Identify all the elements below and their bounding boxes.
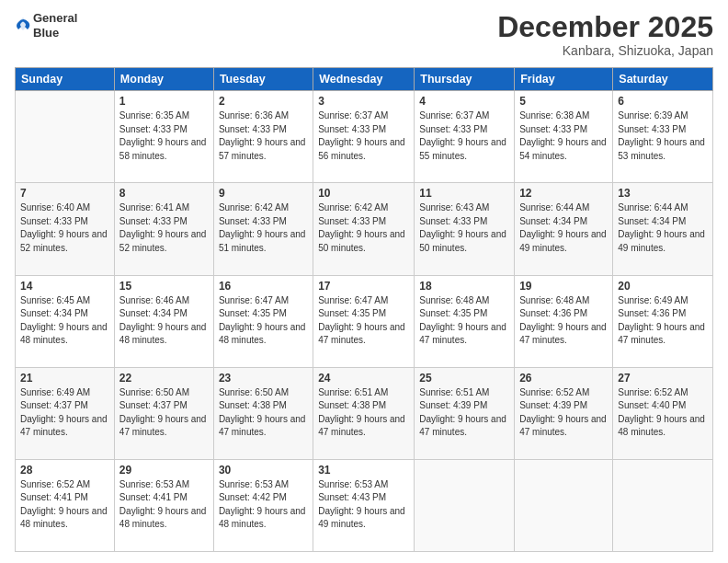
calendar-cell: 16Sunrise: 6:47 AMSunset: 4:35 PMDayligh…: [213, 275, 313, 367]
col-header-friday: Friday: [515, 68, 613, 91]
day-info: Sunrise: 6:42 AMSunset: 4:33 PMDaylight:…: [318, 201, 409, 255]
calendar-cell: 10Sunrise: 6:42 AMSunset: 4:33 PMDayligh…: [313, 183, 415, 275]
calendar-cell: 13Sunrise: 6:44 AMSunset: 4:34 PMDayligh…: [613, 183, 713, 275]
calendar-cell: 22Sunrise: 6:50 AMSunset: 4:37 PMDayligh…: [114, 367, 213, 459]
day-info: Sunrise: 6:40 AMSunset: 4:33 PMDaylight:…: [20, 201, 109, 255]
day-number: 24: [318, 372, 409, 385]
week-row-4: 21Sunrise: 6:49 AMSunset: 4:37 PMDayligh…: [16, 367, 713, 459]
day-info: Sunrise: 6:52 AMSunset: 4:40 PMDaylight:…: [618, 386, 708, 440]
calendar-cell: 20Sunrise: 6:49 AMSunset: 4:36 PMDayligh…: [613, 275, 713, 367]
col-header-saturday: Saturday: [613, 68, 713, 91]
day-info: Sunrise: 6:51 AMSunset: 4:39 PMDaylight:…: [419, 386, 509, 440]
day-number: 30: [219, 464, 308, 477]
header: General Blue December 2025 Kanbara, Shiz…: [15, 11, 713, 58]
location: Kanbara, Shizuoka, Japan: [497, 43, 713, 58]
calendar-cell: 7Sunrise: 6:40 AMSunset: 4:33 PMDaylight…: [16, 183, 115, 275]
day-info: Sunrise: 6:47 AMSunset: 4:35 PMDaylight:…: [318, 294, 409, 348]
calendar-cell: 5Sunrise: 6:38 AMSunset: 4:33 PMDaylight…: [515, 91, 613, 183]
day-info: Sunrise: 6:53 AMSunset: 4:41 PMDaylight:…: [119, 478, 209, 532]
day-info: Sunrise: 6:44 AMSunset: 4:34 PMDaylight:…: [519, 201, 608, 255]
calendar-cell: 1Sunrise: 6:35 AMSunset: 4:33 PMDaylight…: [114, 91, 213, 183]
calendar-cell: 30Sunrise: 6:53 AMSunset: 4:42 PMDayligh…: [213, 459, 313, 551]
day-info: Sunrise: 6:52 AMSunset: 4:41 PMDaylight:…: [20, 478, 109, 532]
day-number: 16: [219, 280, 308, 293]
day-number: 7: [20, 187, 109, 200]
day-info: Sunrise: 6:42 AMSunset: 4:33 PMDaylight:…: [219, 201, 308, 255]
day-number: 19: [519, 280, 608, 293]
calendar-cell: 9Sunrise: 6:42 AMSunset: 4:33 PMDaylight…: [213, 183, 313, 275]
day-number: 8: [119, 187, 209, 200]
day-info: Sunrise: 6:37 AMSunset: 4:33 PMDaylight:…: [318, 109, 409, 163]
calendar-cell: 27Sunrise: 6:52 AMSunset: 4:40 PMDayligh…: [613, 367, 713, 459]
calendar-cell: 8Sunrise: 6:41 AMSunset: 4:33 PMDaylight…: [114, 183, 213, 275]
calendar-page: General Blue December 2025 Kanbara, Shiz…: [0, 0, 728, 563]
day-number: 13: [618, 187, 708, 200]
calendar-cell: [415, 459, 515, 551]
calendar-table: SundayMondayTuesdayWednesdayThursdayFrid…: [15, 67, 713, 552]
day-info: Sunrise: 6:53 AMSunset: 4:42 PMDaylight:…: [219, 478, 308, 532]
calendar-cell: 3Sunrise: 6:37 AMSunset: 4:33 PMDaylight…: [313, 91, 415, 183]
day-info: Sunrise: 6:35 AMSunset: 4:33 PMDaylight:…: [119, 109, 209, 163]
logo-line2: Blue: [33, 26, 77, 40]
day-number: 22: [119, 372, 209, 385]
col-header-monday: Monday: [114, 68, 213, 91]
day-info: Sunrise: 6:52 AMSunset: 4:39 PMDaylight:…: [519, 386, 608, 440]
day-number: 20: [618, 280, 708, 293]
day-number: 1: [119, 95, 209, 108]
day-info: Sunrise: 6:44 AMSunset: 4:34 PMDaylight:…: [618, 201, 708, 255]
day-info: Sunrise: 6:45 AMSunset: 4:34 PMDaylight:…: [20, 294, 109, 348]
day-number: 5: [519, 95, 608, 108]
day-info: Sunrise: 6:41 AMSunset: 4:33 PMDaylight:…: [119, 201, 209, 255]
day-number: 15: [119, 280, 209, 293]
calendar-cell: 28Sunrise: 6:52 AMSunset: 4:41 PMDayligh…: [16, 459, 115, 551]
day-number: 12: [519, 187, 608, 200]
day-number: 2: [219, 95, 308, 108]
week-row-1: 1Sunrise: 6:35 AMSunset: 4:33 PMDaylight…: [16, 91, 713, 183]
day-number: 27: [618, 372, 708, 385]
calendar-cell: 29Sunrise: 6:53 AMSunset: 4:41 PMDayligh…: [114, 459, 213, 551]
title-block: December 2025 Kanbara, Shizuoka, Japan: [497, 11, 713, 58]
logo-line1: General: [33, 11, 77, 26]
day-number: 9: [219, 187, 308, 200]
calendar-cell: 12Sunrise: 6:44 AMSunset: 4:34 PMDayligh…: [515, 183, 613, 275]
calendar-cell: 6Sunrise: 6:39 AMSunset: 4:33 PMDaylight…: [613, 91, 713, 183]
logo-icon: [15, 16, 31, 32]
day-info: Sunrise: 6:51 AMSunset: 4:38 PMDaylight:…: [318, 386, 409, 440]
calendar-cell: 26Sunrise: 6:52 AMSunset: 4:39 PMDayligh…: [515, 367, 613, 459]
day-number: 10: [318, 187, 409, 200]
calendar-cell: 18Sunrise: 6:48 AMSunset: 4:35 PMDayligh…: [415, 275, 515, 367]
day-info: Sunrise: 6:39 AMSunset: 4:33 PMDaylight:…: [618, 109, 708, 163]
calendar-cell: 25Sunrise: 6:51 AMSunset: 4:39 PMDayligh…: [415, 367, 515, 459]
calendar-cell: 15Sunrise: 6:46 AMSunset: 4:34 PMDayligh…: [114, 275, 213, 367]
day-info: Sunrise: 6:37 AMSunset: 4:33 PMDaylight:…: [419, 109, 509, 163]
day-info: Sunrise: 6:46 AMSunset: 4:34 PMDaylight:…: [119, 294, 209, 348]
day-number: 18: [419, 280, 509, 293]
calendar-cell: [515, 459, 613, 551]
day-info: Sunrise: 6:47 AMSunset: 4:35 PMDaylight:…: [219, 294, 308, 348]
day-number: 11: [419, 187, 509, 200]
day-number: 25: [419, 372, 509, 385]
day-number: 23: [219, 372, 308, 385]
calendar-cell: 2Sunrise: 6:36 AMSunset: 4:33 PMDaylight…: [213, 91, 313, 183]
calendar-cell: 23Sunrise: 6:50 AMSunset: 4:38 PMDayligh…: [213, 367, 313, 459]
calendar-cell: 31Sunrise: 6:53 AMSunset: 4:43 PMDayligh…: [313, 459, 415, 551]
day-info: Sunrise: 6:49 AMSunset: 4:37 PMDaylight:…: [20, 386, 109, 440]
col-header-thursday: Thursday: [415, 68, 515, 91]
week-row-5: 28Sunrise: 6:52 AMSunset: 4:41 PMDayligh…: [16, 459, 713, 551]
logo-text: General Blue: [33, 11, 77, 40]
day-info: Sunrise: 6:36 AMSunset: 4:33 PMDaylight:…: [219, 109, 308, 163]
calendar-cell: [613, 459, 713, 551]
day-info: Sunrise: 6:50 AMSunset: 4:37 PMDaylight:…: [119, 386, 209, 440]
col-header-tuesday: Tuesday: [213, 68, 313, 91]
week-row-3: 14Sunrise: 6:45 AMSunset: 4:34 PMDayligh…: [16, 275, 713, 367]
day-info: Sunrise: 6:38 AMSunset: 4:33 PMDaylight:…: [519, 109, 608, 163]
week-row-2: 7Sunrise: 6:40 AMSunset: 4:33 PMDaylight…: [16, 183, 713, 275]
calendar-cell: 19Sunrise: 6:48 AMSunset: 4:36 PMDayligh…: [515, 275, 613, 367]
header-row: SundayMondayTuesdayWednesdayThursdayFrid…: [16, 68, 713, 91]
calendar-cell: 14Sunrise: 6:45 AMSunset: 4:34 PMDayligh…: [16, 275, 115, 367]
day-info: Sunrise: 6:53 AMSunset: 4:43 PMDaylight:…: [318, 478, 409, 532]
calendar-cell: 17Sunrise: 6:47 AMSunset: 4:35 PMDayligh…: [313, 275, 415, 367]
calendar-cell: 11Sunrise: 6:43 AMSunset: 4:33 PMDayligh…: [415, 183, 515, 275]
col-header-sunday: Sunday: [16, 68, 115, 91]
day-number: 17: [318, 280, 409, 293]
